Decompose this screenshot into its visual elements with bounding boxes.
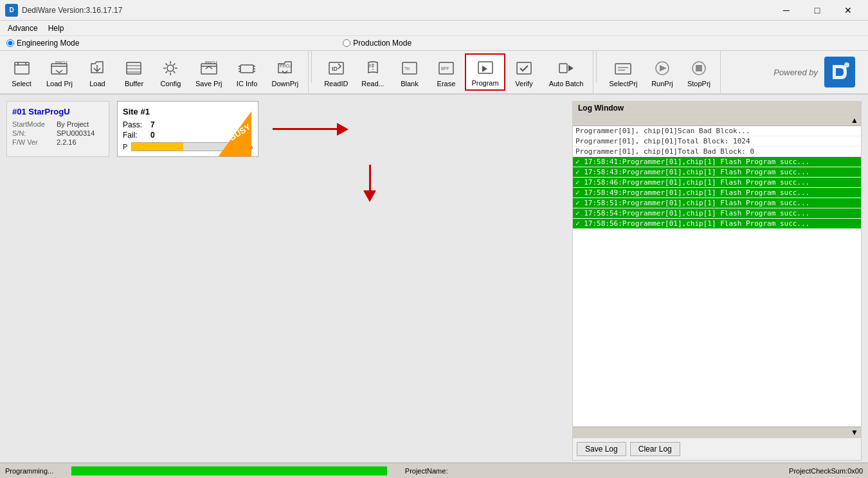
arrow-line xyxy=(273,128,337,130)
svg-text:?rr: ?rr xyxy=(404,66,410,71)
log-actions: Save Log Clear Log xyxy=(573,437,861,460)
svg-rect-11 xyxy=(201,64,217,74)
device-row-fw: F/W Ver 2.2.16 xyxy=(12,138,104,146)
toolbar-load-prj[interactable]: PROJ Load Prj xyxy=(41,55,78,91)
toolbar-select-prj[interactable]: SelectPrj xyxy=(603,55,643,91)
menu-advance[interactable]: Advance xyxy=(3,23,43,34)
toolbar-buffer[interactable]: Buffer xyxy=(116,55,152,91)
device-row-startmode: StartMode By Project xyxy=(12,120,104,128)
toolbar-verify[interactable]: Verify xyxy=(507,55,542,91)
buffer-label: Buffer xyxy=(125,80,143,87)
svg-rect-31 xyxy=(615,64,631,74)
sn-label: S/N: xyxy=(12,129,54,137)
toolbar-blank[interactable]: ?rr Blank xyxy=(392,55,427,91)
config-label: Config xyxy=(161,80,181,87)
progress-indicator xyxy=(71,466,387,475)
select-label: Select xyxy=(12,80,32,87)
toolbar-ic-info[interactable]: IC Info xyxy=(230,55,265,91)
toolbar-read[interactable]: FF Read... xyxy=(355,55,390,91)
load-prj-label: Load Prj xyxy=(46,80,73,87)
select-prj-label: SelectPrj xyxy=(609,80,637,87)
verify-icon xyxy=(514,58,534,78)
powered-by-text: Powered by xyxy=(773,68,818,77)
startmode-label: StartMode xyxy=(12,120,54,128)
log-entry-1: Programmer[01], chip[01]Total Block: 102… xyxy=(573,136,861,147)
engineering-mode-radio[interactable]: Engineering Mode xyxy=(6,39,79,48)
fw-label: F/W Ver xyxy=(12,138,54,146)
svg-rect-0 xyxy=(15,62,29,74)
toolbar-erase[interactable]: 8FF Erase xyxy=(428,55,464,91)
save-prj-icon: PROJ xyxy=(199,58,219,78)
blank-icon: ?rr xyxy=(399,58,420,78)
right-arrow xyxy=(273,123,348,136)
auto-batch-label: Auto Batch xyxy=(549,80,584,87)
progress-bar-fill xyxy=(132,143,183,151)
program-icon xyxy=(475,57,496,78)
restore-button[interactable]: □ xyxy=(802,0,832,21)
load-prj-icon: PROJ xyxy=(49,58,69,78)
svg-rect-36 xyxy=(696,65,702,71)
run-prj-icon xyxy=(652,58,673,78)
log-scroll-up[interactable]: ▲ xyxy=(573,115,861,126)
toolbar-auto-batch[interactable]: Auto Batch xyxy=(543,55,590,91)
minimize-button[interactable]: ─ xyxy=(772,0,801,21)
project-checksum-label: ProjectCheckSum:0x00 xyxy=(789,467,863,475)
svg-point-10 xyxy=(167,65,174,71)
toolbar-down-prj[interactable]: PROJ DownPrj xyxy=(266,55,305,91)
engineering-mode-input[interactable] xyxy=(6,39,14,47)
busy-indicator: BUSY xyxy=(216,111,251,157)
ic-info-icon xyxy=(237,58,257,78)
menu-help[interactable]: Help xyxy=(43,23,69,34)
startmode-value: By Project xyxy=(57,120,89,128)
down-arrow-head xyxy=(363,190,376,202)
main-content: #01 StarProgU StartMode By Project S/N: … xyxy=(0,95,868,467)
toolbar-save-prj[interactable]: PROJ Save Prj xyxy=(190,55,228,91)
clear-log-button[interactable]: Clear Log xyxy=(630,442,680,456)
left-panel: #01 StarProgU StartMode By Project S/N: … xyxy=(0,95,566,467)
pass-label: Pass: xyxy=(123,120,145,129)
close-button[interactable]: ✕ xyxy=(833,0,863,21)
toolbar-1: Select PROJ Load Prj Load B xyxy=(0,51,309,93)
log-entry-4: ✓ 17:58:43:Programmer[01],chip[1] Flash … xyxy=(573,167,861,178)
toolbar-2: ID ReadID FF Read... ?rr Blank xyxy=(314,51,593,93)
read-icon: FF xyxy=(363,58,383,78)
toolbar-program[interactable]: Program xyxy=(465,53,505,91)
toolbar-stop-prj[interactable]: StopPrj xyxy=(681,55,716,91)
svg-text:FF: FF xyxy=(369,64,375,68)
app-icon-label: D xyxy=(9,6,14,14)
site-card: Site #1 Pass: 7 Fail: 0 P 53.0% xyxy=(117,101,258,157)
log-entry-7: ✓ 17:58:51:Programmer[01],chip[1] Flash … xyxy=(573,198,861,208)
fail-label: Fail: xyxy=(123,131,145,140)
log-window: Log Window ▲ Programmer[01], chip[01]Sca… xyxy=(572,101,862,461)
toolbar-read-id[interactable]: ID ReadID xyxy=(318,55,354,91)
verify-label: Verify xyxy=(515,80,533,87)
blank-label: Blank xyxy=(401,80,419,87)
svg-rect-28 xyxy=(478,62,493,73)
progress-bar xyxy=(131,142,228,151)
production-mode-radio[interactable]: Production Mode xyxy=(343,39,411,48)
log-scroll-down[interactable]: ▼ xyxy=(573,427,861,437)
log-window-title: Log Window xyxy=(573,102,861,115)
select-prj-icon xyxy=(613,58,633,78)
toolbar-run-prj[interactable]: RunPrj xyxy=(644,55,680,91)
production-mode-input[interactable] xyxy=(343,39,350,47)
engineering-mode-label: Engineering Mode xyxy=(17,39,79,48)
device-title: #01 StarProgU xyxy=(12,107,104,116)
title-bar: D DediWare Version:3.16.17.17 ─ □ ✕ xyxy=(0,0,868,21)
save-log-button[interactable]: Save Log xyxy=(577,442,626,456)
programming-label: Programming... xyxy=(5,467,53,475)
log-entry-6: ✓ 17:58:49:Programmer[01],chip[1] Flash … xyxy=(573,188,861,198)
right-arrow-area xyxy=(266,101,348,157)
toolbar-load[interactable]: Load xyxy=(80,55,115,91)
svg-rect-13 xyxy=(240,65,253,73)
toolbar-config[interactable]: Config xyxy=(153,55,188,91)
window-controls: ─ □ ✕ xyxy=(772,0,863,21)
toolbar-select[interactable]: Select xyxy=(4,55,39,91)
stop-prj-icon xyxy=(689,58,709,78)
save-prj-label: Save Prj xyxy=(195,80,222,87)
log-entry-8: ✓ 17:58:54:Programmer[01],chip[1] Flash … xyxy=(573,208,861,219)
arrow-head xyxy=(337,123,348,136)
down-prj-icon: PROJ xyxy=(275,58,295,78)
buffer-icon xyxy=(123,58,144,78)
read-label: Read... xyxy=(361,80,384,87)
